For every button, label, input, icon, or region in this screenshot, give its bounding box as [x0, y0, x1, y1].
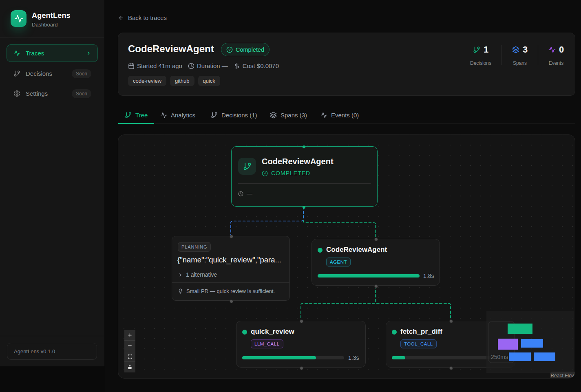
svg-text:250ms: 250ms — [491, 354, 508, 360]
